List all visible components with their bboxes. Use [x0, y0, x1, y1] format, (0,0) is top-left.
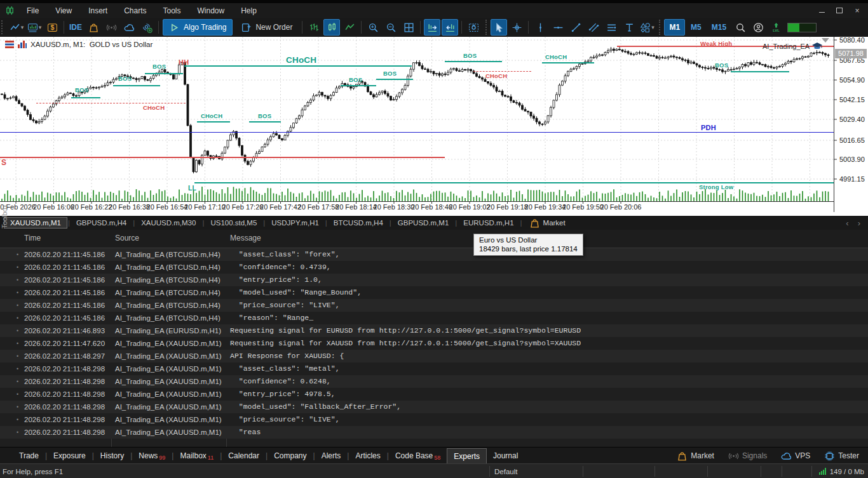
scroll-to-end-marker[interactable]	[822, 38, 829, 43]
log-row[interactable]: •2026.02.20 21:11:47.620AI_Trading_EA (X…	[0, 337, 868, 350]
bottom-tab-articles[interactable]: Articles	[349, 448, 386, 463]
log-row[interactable]: •2026.02.20 21:11:48.298AI_Trading_EA (X…	[0, 375, 868, 388]
bottom-tool-market[interactable]: Market	[677, 451, 714, 461]
restore-button[interactable]	[835, 7, 844, 15]
bottom-tool-signals[interactable]: Signals	[728, 451, 767, 461]
timeframe-m5-button[interactable]: M5	[686, 20, 706, 35]
chart-tab-us100-std-m5[interactable]: US100.std,M5	[205, 218, 262, 228]
bottom-tab-company[interactable]: Company	[268, 448, 313, 463]
log-row[interactable]: •2026.02.20 21:11:45.186AI_Trading_EA (B…	[0, 261, 868, 274]
scroll-left-icon[interactable]: ‹	[846, 218, 848, 228]
bottom-tab-alerts[interactable]: Alerts	[315, 448, 348, 463]
minimize-button[interactable]	[817, 7, 826, 15]
ide-button[interactable]: IDE	[67, 23, 85, 32]
one-click-trading-icon[interactable]	[5, 41, 14, 48]
log-row[interactable]: •2026.02.20 21:11:45.186AI_Trading_EA (B…	[0, 248, 868, 261]
lvl-icon[interactable]: LVL	[768, 19, 784, 36]
log-row[interactable]: •2026.02.20 21:11:45.186AI_Trading_EA (B…	[0, 286, 868, 299]
connection-status[interactable]: 149 / 0 Mb	[819, 468, 864, 475]
channel-icon[interactable]	[585, 19, 602, 36]
indicators-icon-dropdown[interactable]: ▾	[39, 24, 42, 30]
scroll-right-icon[interactable]: ›	[858, 218, 860, 228]
log-row[interactable]: •2026.02.20 21:11:48.298AI_Trading_EA (X…	[0, 401, 868, 413]
log-row[interactable]: •2026.02.20 21:11:48.298AI_Trading_EA (X…	[0, 413, 868, 426]
account-icon[interactable]	[750, 19, 766, 36]
menu-window[interactable]: Window	[189, 6, 233, 15]
bottom-tab-trade[interactable]: Trade	[13, 448, 45, 463]
log-row[interactable]: •2026.02.20 21:11:48.297AI_Trading_EA (X…	[0, 350, 868, 362]
screenshot-icon[interactable]	[465, 19, 482, 36]
column-header-time[interactable]: Time	[24, 234, 41, 242]
bottom-tab-code-base[interactable]: Code Base58	[389, 448, 447, 464]
hline-icon[interactable]	[550, 19, 566, 36]
chart-tab-gbpusd-m-h4[interactable]: GBPUSD.m,H4	[71, 218, 132, 228]
close-button[interactable]: ×	[853, 7, 862, 15]
menu-view[interactable]: View	[47, 6, 80, 15]
chart-type-icon-dropdown[interactable]: ▾	[21, 24, 24, 30]
search-icon[interactable]	[732, 19, 749, 36]
menu-charts[interactable]: Charts	[116, 6, 154, 15]
market-tab[interactable]: Market	[523, 218, 572, 229]
chart-type-icon[interactable]: ▾	[8, 19, 25, 36]
candlestick-icon[interactable]	[323, 19, 340, 36]
currency-icon[interactable]: $	[44, 19, 60, 36]
bottom-tab-journal[interactable]: Journal	[487, 448, 524, 463]
log-row[interactable]: •2026.02.20 21:11:48.298AI_Trading_EA (X…	[0, 388, 868, 401]
shift-end-icon[interactable]	[442, 19, 458, 36]
shift-right-icon[interactable]	[424, 19, 440, 36]
menu-tools[interactable]: Tools	[155, 6, 189, 15]
bottom-tool-tester[interactable]: Tester	[824, 451, 859, 461]
log-row[interactable]: •2026.02.20 21:11:45.186AI_Trading_EA (B…	[0, 274, 868, 286]
shapes-icon-dropdown[interactable]: ▾	[651, 24, 654, 30]
cursor-icon[interactable]	[491, 19, 507, 36]
menu-help[interactable]: Help	[233, 6, 265, 15]
bar-chart-icon[interactable]	[306, 19, 322, 36]
timeframe-m15-button[interactable]: M15	[707, 20, 731, 35]
chart-area[interactable]: BOSBOSBOSHHCHoCHCHoCHCHoCHBOSBOSBOSBOSCH…	[0, 37, 868, 216]
profile-selector[interactable]: Default	[494, 468, 517, 475]
new-order-button[interactable]: New Order	[235, 20, 298, 35]
log-row[interactable]: •2026.02.20 21:11:48.298AI_Trading_EA (X…	[0, 426, 868, 439]
fibonacci-icon[interactable]	[603, 19, 620, 36]
bottom-tab-exposure[interactable]: Exposure	[47, 448, 92, 463]
trendline-icon[interactable]	[567, 19, 584, 36]
timeframe-m1-button[interactable]: M1	[664, 19, 685, 36]
text-icon[interactable]	[621, 19, 637, 36]
market-icon[interactable]	[85, 19, 102, 36]
menu-file[interactable]: File	[18, 6, 47, 15]
log-row[interactable]: •2026.02.20 21:11:45.186AI_Trading_EA (B…	[0, 299, 868, 312]
bottom-tab-experts[interactable]: Experts	[447, 448, 487, 463]
chart-tab-usdjpy-m-h1[interactable]: USDJPY.m,H1	[266, 218, 325, 228]
choch-dashed-line	[473, 71, 531, 72]
bottom-tab-calendar[interactable]: Calendar	[222, 448, 266, 463]
bottom-tab-news[interactable]: News99	[132, 448, 172, 464]
toolbar-drag-handle[interactable]	[1, 20, 6, 34]
column-header-source[interactable]: Source	[115, 234, 139, 242]
log-row[interactable]: •2026.02.20 21:11:48.298AI_Trading_EA (X…	[0, 362, 868, 375]
menu-insert[interactable]: Insert	[80, 6, 116, 15]
line-chart-icon[interactable]	[341, 19, 358, 36]
depth-of-market-icon[interactable]	[18, 41, 27, 48]
signals-icon[interactable]	[103, 19, 119, 36]
mql5-cloud-icon[interactable]	[121, 19, 137, 36]
zoom-in-icon[interactable]	[365, 19, 381, 36]
chart-tab-gbpusd-m-m1[interactable]: GBPUSD.m,M1	[392, 218, 455, 228]
chart-tab-eurusd-m-h1[interactable]: EURUSD.m,H1	[458, 218, 519, 228]
bottom-tab-mailbox[interactable]: Mailbox11	[173, 448, 220, 464]
column-header-message[interactable]: Message	[230, 234, 261, 242]
shapes-icon[interactable]: ▾	[639, 19, 655, 36]
signal-subscribe-icon[interactable]	[139, 19, 155, 36]
crosshair-icon[interactable]	[508, 19, 525, 36]
tile-windows-icon[interactable]	[400, 19, 417, 36]
chart-tab-xauusd-m-m30[interactable]: XAUUSD.m,M30	[135, 218, 201, 228]
bottom-tab-history[interactable]: History	[94, 448, 130, 463]
algo-trading-button[interactable]: Algo Trading	[163, 19, 233, 36]
vline-icon[interactable]	[532, 19, 548, 36]
chart-tab-btcusd-m-h4[interactable]: BTCUSD.m,H4	[328, 218, 389, 228]
log-row[interactable]: •2026.02.20 21:11:46.893AI_Trading_EA (E…	[0, 324, 868, 337]
zoom-out-icon[interactable]	[383, 19, 399, 36]
log-row[interactable]: •2026.02.20 21:11:45.186AI_Trading_EA (B…	[0, 312, 868, 324]
bottom-tool-vps[interactable]: VPS	[781, 451, 810, 461]
indicators-icon[interactable]: ▾	[26, 19, 43, 36]
chart-tab-xauusd-m-m1[interactable]: XAUUSD.m,M1	[4, 217, 67, 229]
